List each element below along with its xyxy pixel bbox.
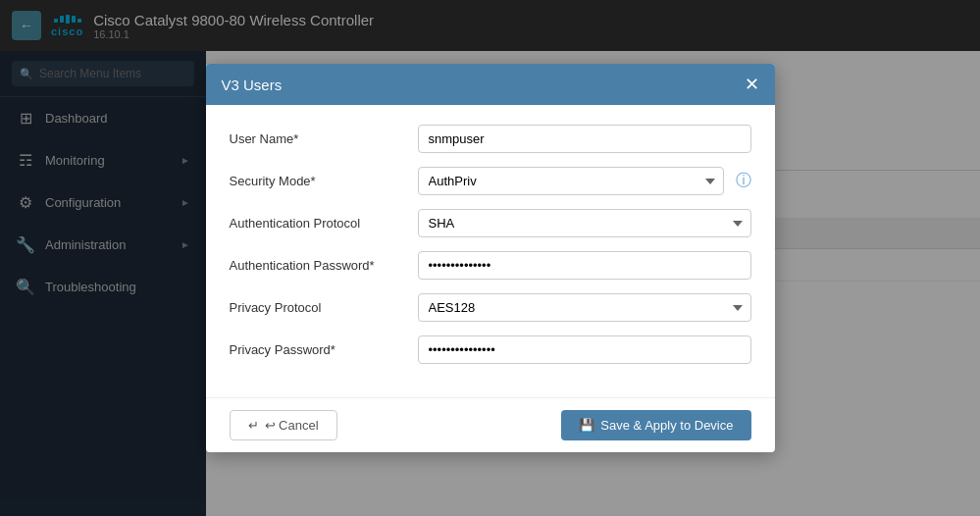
auth-protocol-row: Authentication Protocol MD5 SHA: [230, 209, 751, 237]
privacy-protocol-label: Privacy Protocol: [230, 300, 406, 315]
privacy-password-row: Privacy Password*: [230, 335, 751, 364]
save-button[interactable]: 💾 Save & Apply to Device: [561, 410, 750, 440]
auth-password-row: Authentication Password*: [230, 251, 751, 280]
security-mode-select[interactable]: NoAuthNoPriv AuthNoPriv AuthPriv: [418, 167, 724, 195]
modal-overlay: V3 Users ✕ User Name* Security Mode* NoA…: [0, 0, 980, 516]
auth-password-input[interactable]: [418, 251, 751, 280]
modal-title: V3 Users: [222, 77, 283, 93]
username-input[interactable]: [418, 125, 751, 153]
modal-header: V3 Users ✕: [206, 64, 775, 105]
security-mode-row: Security Mode* NoAuthNoPriv AuthNoPriv A…: [230, 167, 751, 195]
security-mode-label: Security Mode*: [230, 174, 406, 188]
modal-body: User Name* Security Mode* NoAuthNoPriv A…: [206, 105, 775, 397]
username-label: User Name*: [230, 131, 406, 146]
privacy-password-label: Privacy Password*: [230, 342, 406, 357]
privacy-password-input[interactable]: [418, 335, 751, 364]
auth-password-label: Authentication Password*: [230, 258, 406, 273]
cancel-button[interactable]: ↵ ↩ Cancel: [230, 410, 337, 440]
modal-footer: ↵ ↩ Cancel 💾 Save & Apply to Device: [206, 397, 775, 452]
save-label: Save & Apply to Device: [600, 418, 733, 433]
save-icon: 💾: [579, 418, 594, 433]
info-icon[interactable]: ⓘ: [736, 171, 751, 191]
privacy-protocol-select[interactable]: DES AES128 AES256: [418, 293, 751, 322]
privacy-protocol-row: Privacy Protocol DES AES128 AES256: [230, 293, 751, 322]
cancel-icon: ↵: [248, 418, 259, 433]
v3-users-modal: V3 Users ✕ User Name* Security Mode* NoA…: [206, 64, 775, 452]
modal-close-button[interactable]: ✕: [745, 76, 759, 93]
cancel-label: ↩ Cancel: [265, 418, 319, 433]
auth-protocol-select[interactable]: MD5 SHA: [418, 209, 751, 237]
username-row: User Name*: [230, 125, 751, 153]
auth-protocol-label: Authentication Protocol: [230, 216, 406, 231]
